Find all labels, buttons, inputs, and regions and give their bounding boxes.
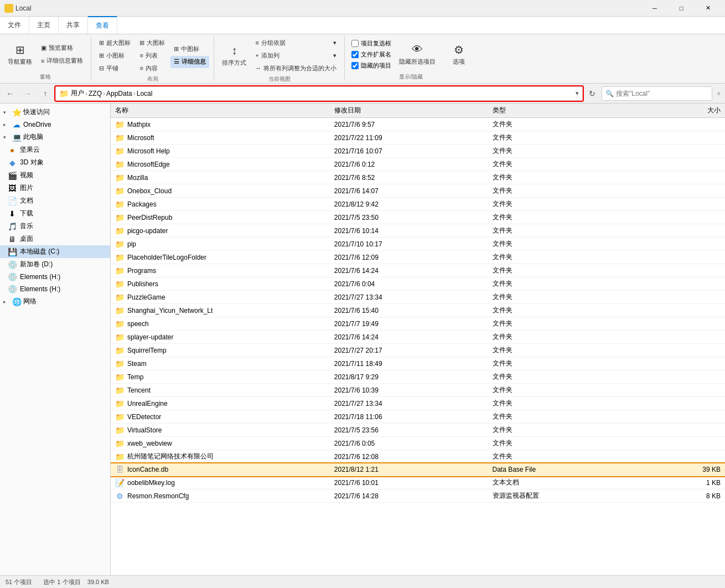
sidebar-section-network[interactable]: ▸ 🌐 网络 [0, 295, 110, 308]
table-row[interactable]: 📁 VEDetector 2021/7/18 11:06文件夹 [111, 410, 725, 424]
table-row[interactable]: 📁 xweb_webview 2021/7/6 0:05文件夹 [111, 437, 725, 450]
tiles-button[interactable]: ⊟ 平铺 [96, 62, 134, 74]
table-row[interactable]: 📁 Microsoft 2021/7/22 11:09文件夹 [111, 131, 725, 145]
search-bar[interactable]: 🔍 [602, 86, 712, 101]
sidebar-item-elements-h2[interactable]: 💿 Elements (H:) [0, 283, 110, 295]
item-checkbox-toggle[interactable]: 项目复选框 [349, 38, 393, 49]
extra-large-icons-button[interactable]: ⊞ 超大图标 [96, 37, 134, 49]
dropdown-arrow2: ▾ [333, 52, 336, 59]
table-row[interactable]: 📁 PlaceholderTileLogoFolder 2021/7/6 12:… [111, 251, 725, 264]
content-icon: ≡ [139, 65, 143, 71]
navigation-pane-button[interactable]: ⊞ 导航窗格 [4, 38, 35, 71]
options-button[interactable]: ⚙ 选项 [446, 38, 472, 71]
hide-selected-button[interactable]: 👁 隐藏所选项目 [396, 42, 439, 67]
forward-button[interactable]: → [20, 86, 35, 101]
table-row[interactable]: 📁 SquirrelTemp 2021/7/27 20:17文件夹 [111, 344, 725, 357]
hidden-items-input[interactable] [351, 62, 359, 69]
content-button[interactable]: ≡ 内容 [136, 62, 168, 74]
table-row[interactable]: 📁 Publishers 2021/7/6 0:04文件夹 [111, 277, 725, 291]
preview-pane-button[interactable]: ▣ 预览窗格 [38, 42, 86, 54]
sidebar-item-music[interactable]: 🎵 音乐 [0, 220, 110, 233]
address-dropdown-icon[interactable]: ▾ [576, 90, 579, 97]
file-type: 文件夹 [488, 224, 635, 238]
table-row[interactable]: 📁 pip 2021/7/10 10:17文件夹 [111, 238, 725, 251]
table-row[interactable]: 📁 Temp 2021/8/17 9:29文件夹 [111, 370, 725, 384]
sidebar-item-elements-h1[interactable]: 💿 Elements (H:) [0, 271, 110, 283]
file-icon: 📁 [115, 452, 124, 461]
tab-view[interactable]: 查看 [88, 16, 117, 34]
show-buttons: 👁 隐藏所选项目 [396, 42, 439, 67]
table-row[interactable]: 📝 oobelibMkey.log 2021/7/6 10:01文本文档1 KB [111, 476, 725, 489]
col-size[interactable]: 大小 [635, 104, 725, 118]
address-path-local[interactable]: Local [137, 90, 153, 97]
item-checkbox-input[interactable] [351, 40, 359, 47]
file-name-cell: 📁 Tencent [115, 386, 325, 395]
maximize-button[interactable]: □ [669, 0, 694, 17]
ribbon-collapse-button[interactable]: ∧ [714, 90, 723, 96]
sidebar-item-local-c[interactable]: 💾 本地磁盘 (C:) [0, 245, 110, 258]
minimize-button[interactable]: ─ [642, 0, 667, 17]
table-row[interactable]: 📁 Tencent 2021/7/6 10:39文件夹 [111, 384, 725, 397]
close-button[interactable]: ✕ [695, 0, 721, 17]
sidebar-item-new-volume-d[interactable]: 💿 新加卷 (D:) [0, 258, 110, 271]
table-row[interactable]: 📁 MicrosoftEdge 2021/7/6 0:12文件夹 [111, 158, 725, 171]
table-row[interactable]: 📁 杭州随笔记网络技术有限公司 2021/7/6 12:08文件夹 [111, 450, 725, 463]
table-row[interactable]: 📁 UnrealEngine 2021/7/27 13:34文件夹 [111, 397, 725, 410]
table-row[interactable]: 🗄 IconCache.db 2021/8/12 1:21Data Base F… [111, 463, 725, 476]
hidden-items-toggle[interactable]: 隐藏的项目 [349, 60, 393, 71]
address-path-appdata[interactable]: AppData [106, 90, 132, 97]
table-row[interactable]: 📁 Mathpix 2021/7/6 9:57文件夹 [111, 118, 725, 131]
tab-share[interactable]: 共享 [59, 17, 88, 34]
refresh-button[interactable]: ↻ [585, 86, 599, 101]
small-icons-button[interactable]: ⊞ 小图标 [96, 49, 134, 61]
sidebar-section-thispc[interactable]: ▾ 💻 此电脑 [0, 131, 110, 143]
tab-home[interactable]: 主页 [29, 17, 59, 34]
col-type[interactable]: 类型 [488, 104, 635, 118]
search-input[interactable] [616, 90, 708, 97]
list-button[interactable]: ≡ 列表 [136, 49, 168, 61]
medium-icons-button[interactable]: ⊞ 中图标 [170, 43, 209, 55]
table-row[interactable]: 📁 Shanghai_Yicun_Network_Lt 2021/7/6 15:… [111, 304, 725, 317]
sidebar-item-3dobjects[interactable]: ◆ 3D 对象 [0, 156, 110, 169]
table-row[interactable]: 📁 PuzzleGame 2021/7/27 13:34文件夹 [111, 291, 725, 304]
table-row[interactable]: 📁 Programs 2021/7/6 14:24文件夹 [111, 264, 725, 277]
address-path-zzq[interactable]: ZZQ [89, 90, 102, 97]
file-ext-toggle[interactable]: 文件扩展名 [349, 49, 393, 60]
sidebar-item-pictures[interactable]: 🖼 图片 [0, 182, 110, 194]
table-row[interactable]: 📁 Steam 2021/7/11 18:49文件夹 [111, 357, 725, 370]
file-ext-input[interactable] [351, 51, 359, 58]
address-bar[interactable]: 📁 用户 › ZZQ › AppData › Local ▾ [55, 86, 583, 101]
add-column-button[interactable]: + 添加列 ▾ [252, 49, 340, 61]
group-by-button[interactable]: ≡ 分组依据 ▾ [252, 37, 340, 49]
table-row[interactable]: 📁 Onebox_Cloud 2021/7/6 14:07文件夹 [111, 184, 725, 198]
table-row[interactable]: 📁 splayer-updater 2021/7/6 14:24文件夹 [111, 331, 725, 344]
sidebar-item-desktop[interactable]: 🖥 桌面 [0, 233, 110, 245]
back-button[interactable]: ← [2, 86, 18, 101]
details-pane-button[interactable]: ≡ 详细信息窗格 [38, 55, 86, 67]
sidebar-section-quick-access[interactable]: ▾ ⭐ 快速访问 [0, 106, 110, 118]
col-name[interactable]: 名称 [111, 104, 330, 118]
table-row[interactable]: ⚙ Resmon.ResmonCfg 2021/7/6 14:28资源监视器配置… [111, 489, 725, 503]
sidebar-item-downloads[interactable]: ⬇ 下载 [0, 207, 110, 220]
table-row[interactable]: 📁 Packages 2021/8/12 9:42文件夹 [111, 198, 725, 211]
table-row[interactable]: 📁 VirtualStore 2021/7/5 23:56文件夹 [111, 424, 725, 437]
sort-button[interactable]: ↕ 排序方式 [219, 39, 250, 72]
up-button[interactable]: ↑ [38, 86, 53, 101]
table-row[interactable]: 📁 Microsoft Help 2021/7/16 10:07文件夹 [111, 145, 725, 158]
table-row[interactable]: 📁 speech 2021/7/7 19:49文件夹 [111, 317, 725, 331]
sidebar-section-onedrive[interactable]: ▸ ☁ OneDrive [0, 118, 110, 131]
table-row[interactable]: 📁 picgo-updater 2021/7/6 10:14文件夹 [111, 224, 725, 238]
fit-columns-button[interactable]: ↔ 将所有列调整为合适的大小 [252, 62, 340, 74]
table-row[interactable]: 📁 Mozilla 2021/7/6 8:52文件夹 [111, 171, 725, 184]
large-icons-button[interactable]: ⊞ 大图标 [136, 37, 168, 49]
col-date[interactable]: 修改日期 [330, 104, 488, 118]
file-date: 2021/7/6 10:01 [330, 476, 488, 489]
videos-label: 视频 [20, 171, 33, 180]
table-row[interactable]: 📁 PeerDistRepub 2021/7/5 23:50文件夹 [111, 211, 725, 224]
sidebar-item-nutstore[interactable]: ● 坚果云 [0, 143, 110, 156]
tab-file[interactable]: 文件 [0, 17, 29, 34]
sidebar-item-documents[interactable]: 📄 文档 [0, 194, 110, 207]
sidebar-item-videos[interactable]: 🎬 视频 [0, 169, 110, 182]
address-path-users[interactable]: 用户 [71, 89, 84, 98]
details-button[interactable]: ☰ 详细信息 [170, 56, 209, 68]
